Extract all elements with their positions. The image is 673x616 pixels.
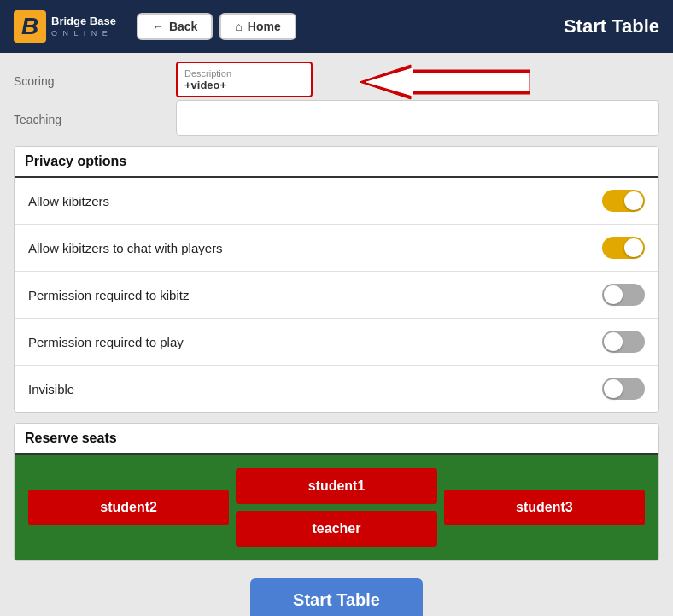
- toggle-knob: [624, 238, 643, 257]
- scoring-teaching-section: Scoring Teaching Description +video+: [14, 62, 659, 139]
- start-table-button[interactable]: Start Table: [250, 578, 423, 616]
- annotation-arrow: [308, 63, 530, 110]
- home-button[interactable]: ⌂ Home: [219, 13, 296, 40]
- input-column: Description +video+: [176, 62, 659, 139]
- header: B Bridge Base O N L I N E ← Back ⌂ Home …: [0, 0, 673, 53]
- allow-kibitzers-chat-row: Allow kibitzers to chat with players: [15, 225, 658, 272]
- toggle-knob: [624, 191, 643, 210]
- description-box[interactable]: Description +video+: [176, 62, 313, 97]
- brand-name: Bridge Base: [51, 15, 116, 29]
- seat-top-button[interactable]: student1: [236, 468, 436, 504]
- permission-kibitz-label: Permission required to kibitz: [28, 288, 189, 302]
- permission-kibitz-row: Permission required to kibitz: [15, 272, 658, 319]
- permission-play-label: Permission required to play: [28, 335, 184, 349]
- seat-bottom-button[interactable]: teacher: [236, 511, 436, 547]
- page-title: Start Table: [564, 15, 659, 38]
- permission-kibitz-toggle[interactable]: [602, 284, 645, 306]
- nav-buttons: ← Back ⌂ Home: [137, 13, 296, 40]
- toggle-knob: [604, 332, 623, 351]
- description-value: +video+: [184, 79, 304, 91]
- toggle-knob: [604, 379, 623, 398]
- allow-kibitzers-chat-label: Allow kibitzers to chat with players: [28, 241, 223, 255]
- reserve-seats-section: Reserve seats student2 student1 student3…: [14, 423, 659, 561]
- privacy-header: Privacy options: [15, 147, 658, 178]
- allow-kibitzers-chat-toggle[interactable]: [602, 237, 645, 259]
- logo: B Bridge Base O N L I N E: [14, 10, 116, 43]
- seat-right-button[interactable]: student3: [444, 490, 645, 525]
- privacy-section: Privacy options Allow kibitzers Allow ki…: [14, 146, 659, 413]
- permission-play-toggle[interactable]: [602, 331, 645, 353]
- scoring-label: Scoring: [14, 62, 176, 100]
- labels-column: Scoring Teaching: [14, 62, 176, 139]
- invisible-label: Invisible: [28, 382, 74, 396]
- back-button[interactable]: ← Back: [137, 13, 213, 40]
- logo-text: Bridge Base O N L I N E: [51, 15, 116, 39]
- invisible-toggle[interactable]: [602, 378, 645, 400]
- invisible-row: Invisible: [15, 366, 658, 412]
- description-label: Description: [184, 68, 304, 79]
- permission-play-row: Permission required to play: [15, 319, 658, 366]
- main-content: Scoring Teaching Description +video+: [0, 53, 673, 616]
- back-arrow-icon: ←: [152, 20, 164, 33]
- reserve-seats-header: Reserve seats: [15, 424, 658, 455]
- teaching-label: Teaching: [14, 100, 176, 138]
- seat-left-button[interactable]: student2: [28, 490, 229, 525]
- logo-letter: B: [14, 10, 46, 43]
- home-label: Home: [248, 20, 281, 33]
- back-label: Back: [169, 20, 197, 33]
- seats-grid: student2 student1 student3 teacher: [15, 455, 658, 560]
- brand-sub: O N L I N E: [51, 29, 116, 39]
- toggle-knob: [604, 285, 623, 304]
- allow-kibitzers-row: Allow kibitzers: [15, 178, 658, 225]
- home-icon: ⌂: [235, 20, 242, 33]
- allow-kibitzers-label: Allow kibitzers: [28, 194, 109, 208]
- allow-kibitzers-toggle[interactable]: [602, 190, 645, 212]
